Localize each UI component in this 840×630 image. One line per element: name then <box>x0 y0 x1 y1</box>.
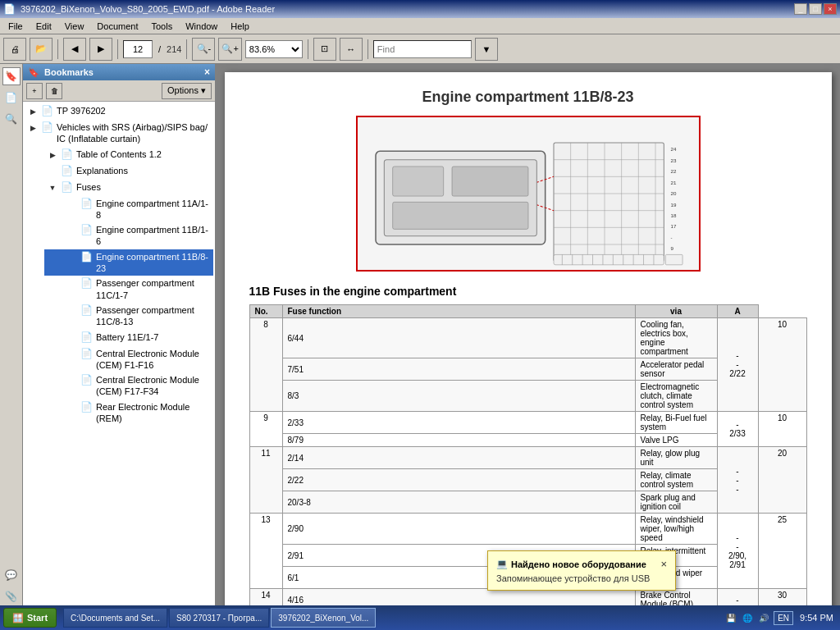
maximize-button[interactable]: □ <box>809 3 822 15</box>
bookmark-icon-pass11c1: 📄 <box>80 277 93 289</box>
expand-srs[interactable]: ▶ <box>28 121 38 135</box>
cell-desc: Valve LPG <box>635 434 717 447</box>
separator4 <box>308 39 308 59</box>
bookmarks-panel-button[interactable]: 🔖 <box>2 67 21 85</box>
page-input[interactable] <box>123 40 153 58</box>
notif-title: 💻 Найдено новое оборудование <box>496 559 646 569</box>
close-button[interactable]: × <box>824 3 837 15</box>
expand-cem1[interactable] <box>67 348 77 361</box>
taskbar-time: 9:54 PM <box>797 613 837 623</box>
search-panel-button[interactable]: 🔍 <box>2 110 21 128</box>
fit-width-button[interactable]: ↔ <box>340 38 363 61</box>
taskbar-item-0[interactable]: C:\Documents and Set... <box>63 608 167 628</box>
tree-item-eng11b1[interactable]: 📄 Engine compartment 11B/1-6 <box>44 222 213 249</box>
cell-amp: 10 <box>758 318 806 412</box>
cell-via: - <box>717 589 758 606</box>
expand-toc[interactable]: ▶ <box>48 148 57 162</box>
expand-exp[interactable] <box>48 165 57 178</box>
taskbar-item-2[interactable]: 3976202_BiXenon_Vol... <box>271 608 376 628</box>
forward-button[interactable]: ▶ <box>89 38 112 61</box>
lang-indicator[interactable]: EN <box>774 611 793 625</box>
fit-page-button[interactable]: ⊡ <box>313 38 336 61</box>
open-button[interactable]: 📂 <box>30 38 52 61</box>
expand-pass11c1[interactable] <box>67 277 77 290</box>
notification-popup: 💻 Найдено новое оборудование × Запоминаю… <box>487 550 676 591</box>
tree-item-rem[interactable]: 📄 Rear Electronic Module (REM) <box>44 399 213 427</box>
bookmarks-icon: 🔖 <box>28 67 39 78</box>
tree-item-eng11b8[interactable]: 📄 Engine compartment 11B/8-23 <box>44 249 213 276</box>
start-label: Start <box>27 613 48 623</box>
sidebar-header: 🔖 Bookmarks × <box>23 64 215 80</box>
tree-item-explanations[interactable]: 📄 Explanations <box>34 163 213 180</box>
titlebar-left: 📄 3976202_BiXenon_Volvo_S80_2005_EWD.pdf… <box>3 3 275 15</box>
zoom-out-button[interactable]: 🔍- <box>192 38 215 61</box>
svg-rect-26 <box>554 254 664 264</box>
tree-item-tp[interactable]: ▶ 📄 TP 3976202 <box>25 103 213 120</box>
sidebar-delete-button[interactable]: 🗑 <box>46 83 62 99</box>
print-button[interactable]: 🖨 <box>3 38 26 61</box>
bookmark-icon-rem: 📄 <box>80 401 93 413</box>
cell-via: --2/22 <box>717 318 758 412</box>
expand-tp[interactable]: ▶ <box>28 105 38 118</box>
sidebar-close-button[interactable]: × <box>204 66 210 78</box>
find-input[interactable] <box>373 40 472 58</box>
taskbar-item-1[interactable]: S80 270317 - Програ... <box>169 608 269 628</box>
menu-help[interactable]: Help <box>226 20 254 33</box>
tree-item-cem1[interactable]: 📄 Central Electronic Module (CEM) F1-F16 <box>44 346 213 373</box>
bookmark-icon-bat: 📄 <box>80 331 93 343</box>
tree-item-pass11c1[interactable]: 📄 Passenger compartment 11C/1-7 <box>44 276 213 303</box>
table-row: 112/14Relay, glow plug unit---20 <box>249 447 806 469</box>
tray-icon-usb: 💾 <box>724 611 737 624</box>
pdf-content-area[interactable]: Engine compartment 11B/8-23 <box>216 64 840 605</box>
col-function: Fuse function <box>282 305 635 318</box>
cell-desc: Relay, climate control system <box>635 469 717 491</box>
sidebar-tree: ▶ 📄 TP 3976202 ▶ 📄 Vehicles with SRS (Ai… <box>23 102 215 605</box>
total-pages: 214 <box>167 44 181 54</box>
sidebar-options-button[interactable]: Options ▾ <box>162 83 212 99</box>
menu-file[interactable]: File <box>3 20 28 33</box>
titlebar-controls[interactable]: _ □ × <box>794 3 837 15</box>
zoom-select[interactable]: 83.6% <box>245 40 303 58</box>
back-button[interactable]: ◀ <box>63 38 86 61</box>
expand-eng11a[interactable] <box>67 198 77 211</box>
pages-panel-button[interactable]: 📄 <box>2 89 21 107</box>
expand-fuses[interactable]: ▼ <box>48 181 57 194</box>
col-via: via <box>635 305 717 318</box>
attachments-panel-button[interactable]: 📎 <box>2 587 21 605</box>
table-row: 86/44Cooling fan, electrics box, engine … <box>249 318 806 358</box>
cell-via: --2/90, 2/91 <box>717 514 758 589</box>
find-button[interactable]: ▼ <box>475 38 498 61</box>
cell-ref: 2/33 <box>282 412 635 434</box>
tree-item-battery[interactable]: 📄 Battery 11E/1-7 <box>44 330 213 346</box>
svg-text:20: 20 <box>670 190 676 196</box>
expand-eng11b1[interactable] <box>67 224 77 237</box>
menu-edit[interactable]: Edit <box>31 20 57 33</box>
menu-window[interactable]: Window <box>180 20 222 33</box>
menu-tools[interactable]: Tools <box>147 20 178 33</box>
comments-panel-button[interactable]: 💬 <box>2 566 21 584</box>
sidebar-new-button[interactable]: + <box>26 83 43 99</box>
expand-rem[interactable] <box>67 401 77 414</box>
tree-item-fuses[interactable]: ▼ 📄 Fuses <box>34 180 213 196</box>
menu-view[interactable]: View <box>60 20 89 33</box>
tree-item-eng11a[interactable]: 📄 Engine compartment 11A/1-8 <box>44 196 213 223</box>
bookmark-icon-srs: 📄 <box>41 121 53 133</box>
expand-bat[interactable] <box>67 331 77 345</box>
bookmark-icon-toc: 📄 <box>61 148 73 160</box>
zoom-in-button[interactable]: 🔍+ <box>218 38 241 61</box>
notif-close-button[interactable]: × <box>660 558 667 570</box>
expand-cem2[interactable] <box>67 374 77 387</box>
expand-eng11b8[interactable] <box>67 251 77 264</box>
cell-amp: 10 <box>758 412 806 447</box>
tree-item-toc[interactable]: ▶ 📄 Table of Contents 1.2 <box>34 147 213 163</box>
pdf-page-heading: Engine compartment 11B/8-23 <box>249 89 807 106</box>
expand-pass11c8[interactable] <box>67 304 77 317</box>
start-button[interactable]: 🪟 Start <box>3 608 57 628</box>
svg-text:22: 22 <box>670 168 676 174</box>
minimize-button[interactable]: _ <box>794 3 807 15</box>
menu-document[interactable]: Document <box>92 20 143 33</box>
tree-item-cem2[interactable]: 📄 Central Electronic Module (CEM) F17-F3… <box>44 372 213 399</box>
tree-item-srs[interactable]: ▶ 📄 Vehicles with SRS (Airbag)/SIPS bag/… <box>25 120 213 147</box>
bookmark-icon-eng11a: 📄 <box>80 198 93 209</box>
tree-item-pass11c8[interactable]: 📄 Passenger compartment 11C/8-13 <box>44 303 213 330</box>
